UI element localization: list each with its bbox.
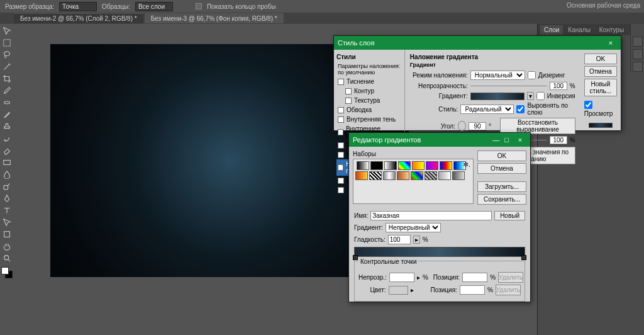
dialog-title: Редактор градиентов — [353, 136, 421, 144]
pen-tool-icon[interactable] — [1, 193, 13, 204]
blending-options-row[interactable]: Параметры наложения: по умолчанию — [336, 62, 402, 77]
minimize-icon[interactable]: — — [492, 136, 499, 144]
path-tool-icon[interactable] — [1, 217, 13, 228]
load-button[interactable]: Загрузить... — [477, 181, 526, 192]
preset-grid: ✲. — [353, 159, 474, 204]
gradient-preset[interactable] — [440, 161, 452, 170]
blend-mode-select[interactable]: Нормальный — [470, 71, 525, 80]
sample-size-select[interactable]: Точка — [59, 2, 97, 11]
stops-legend: Контрольные точки — [358, 258, 418, 265]
show-ring-checkbox[interactable] — [196, 3, 202, 9]
dialog-title: Стиль слоя — [338, 39, 374, 47]
svg-point-4 — [4, 185, 8, 190]
eraser-tool-icon[interactable] — [1, 145, 13, 156]
type-tool-icon[interactable] — [1, 205, 13, 216]
save-button[interactable]: Сохранить... — [477, 194, 526, 205]
gradient-dropdown[interactable]: ▾ — [527, 92, 534, 100]
zoom-tool-icon[interactable] — [1, 253, 13, 264]
preview-checkbox[interactable] — [584, 101, 592, 109]
scale-input[interactable] — [550, 136, 567, 144]
gradient-name-input[interactable] — [370, 211, 492, 220]
samples-select[interactable]: Все слои — [135, 2, 173, 11]
cancel-button[interactable]: Отмена — [584, 66, 617, 77]
wand-tool-icon[interactable] — [1, 61, 13, 72]
panel-dock — [630, 24, 644, 72]
dialog-titlebar[interactable]: Редактор градиентов —□× — [349, 133, 530, 147]
document-tab[interactable]: Без имени-2 @ 66,7% (Слой 2, RGB/8) * — [14, 13, 143, 23]
angle-wheel[interactable] — [458, 121, 466, 131]
close-icon[interactable]: × — [604, 39, 617, 47]
style-item[interactable]: Текстура — [336, 96, 402, 105]
dodge-tool-icon[interactable] — [1, 181, 13, 192]
tab-layers[interactable]: Слои — [540, 25, 563, 35]
panel-icon[interactable] — [633, 49, 643, 59]
document-tabs: Без имени-2 @ 66,7% (Слой 2, RGB/8) * Бе… — [0, 13, 644, 24]
gradient-type-select[interactable]: Непрерывный — [386, 223, 441, 232]
gradient-preset[interactable] — [438, 171, 451, 180]
section-title: Наложение градиента — [410, 54, 575, 60]
stamp-tool-icon[interactable] — [1, 121, 13, 132]
crop-tool-icon[interactable] — [1, 73, 13, 84]
smoothness-input[interactable] — [388, 235, 411, 244]
hand-tool-icon[interactable] — [1, 241, 13, 252]
gradient-preset[interactable] — [384, 161, 397, 170]
style-item[interactable]: Обводка — [336, 105, 402, 115]
gradient-preset[interactable] — [383, 171, 396, 180]
tab-channels[interactable]: Каналы — [564, 25, 594, 35]
gradient-preset[interactable] — [397, 171, 409, 180]
new-style-button[interactable]: Новый стиль... — [584, 79, 617, 96]
gradient-preset[interactable] — [357, 161, 369, 170]
gradient-preset[interactable] — [426, 161, 438, 170]
gradient-picker[interactable] — [470, 93, 525, 100]
gradient-preset[interactable] — [398, 161, 411, 170]
style-item[interactable]: Контур — [336, 86, 402, 96]
move-tool-icon[interactable] — [1, 25, 13, 37]
maximize-icon[interactable]: □ — [504, 136, 509, 144]
brush-tool-icon[interactable] — [1, 109, 13, 120]
gradient-bar[interactable] — [354, 247, 525, 257]
panel-icon[interactable] — [633, 37, 643, 47]
color-swatches[interactable] — [1, 267, 13, 278]
lasso-tool-icon[interactable] — [1, 49, 13, 60]
gradient-preset[interactable] — [425, 171, 437, 180]
panel-icon[interactable] — [633, 62, 643, 72]
gradient-preset[interactable] — [370, 161, 383, 170]
marquee-tool-icon[interactable] — [1, 37, 13, 48]
svg-rect-5 — [4, 232, 10, 237]
ok-button[interactable]: OK — [584, 54, 617, 64]
gradient-preset[interactable] — [411, 171, 423, 180]
workspace-label[interactable]: Основная рабочая среда — [567, 2, 640, 9]
shape-tool-icon[interactable] — [1, 229, 13, 240]
svg-rect-0 — [4, 40, 11, 47]
dither-checkbox[interactable] — [528, 71, 536, 79]
gradient-preset[interactable] — [355, 171, 368, 180]
dialog-titlebar[interactable]: Стиль слоя × — [334, 36, 621, 50]
blur-tool-icon[interactable] — [1, 169, 13, 180]
presets-label: Наборы — [353, 150, 474, 157]
gradient-preset[interactable] — [412, 161, 425, 170]
close-icon[interactable]: × — [514, 136, 526, 144]
document-tab[interactable]: Без имени-3 @ 66,7% (Фон копия, RGB/8) * — [145, 13, 284, 23]
gradient-preset[interactable] — [369, 171, 382, 180]
cancel-button[interactable]: Отмена — [477, 163, 526, 174]
svg-point-6 — [4, 256, 9, 260]
gear-icon[interactable]: ✲. — [463, 161, 470, 169]
tab-paths[interactable]: Контуры — [596, 25, 628, 35]
gradient-style-select[interactable]: Радиальный — [460, 105, 514, 114]
history-brush-icon[interactable] — [1, 133, 13, 144]
healing-tool-icon[interactable] — [1, 97, 13, 108]
style-item[interactable]: Внутренняя тень — [336, 115, 402, 124]
eyedropper-tool-icon[interactable] — [1, 85, 13, 96]
opacity-input[interactable] — [550, 82, 567, 90]
color-stop[interactable] — [353, 255, 358, 260]
color-stop[interactable] — [521, 255, 526, 260]
angle-input[interactable] — [469, 122, 486, 130]
gradient-preset[interactable] — [452, 171, 465, 180]
reverse-checkbox[interactable] — [536, 92, 545, 100]
style-item[interactable]: Тиснение — [336, 77, 402, 86]
options-bar: Размер образца: Точка Образцы: Все слои … — [0, 0, 644, 13]
gradient-tool-icon[interactable] — [1, 157, 13, 168]
new-gradient-button[interactable]: Новый — [494, 211, 525, 220]
ok-button[interactable]: OK — [477, 150, 526, 161]
align-checkbox[interactable] — [516, 105, 525, 113]
